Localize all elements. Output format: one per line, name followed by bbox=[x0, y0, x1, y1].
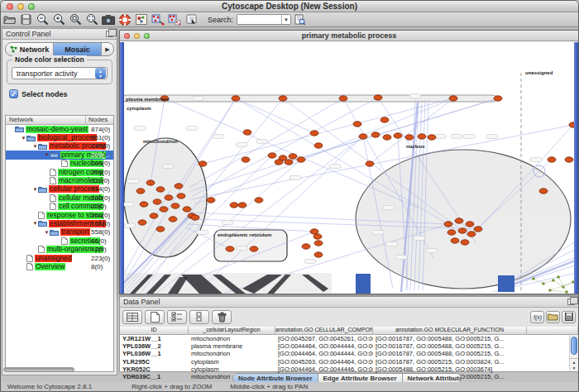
network-node[interactable] bbox=[313, 234, 322, 239]
window-titlebar[interactable]: Cytoscape Desktop (New Session) bbox=[1, 1, 578, 12]
network-node[interactable] bbox=[250, 246, 258, 251]
network-node[interactable] bbox=[138, 220, 146, 225]
network-close-button[interactable] bbox=[124, 33, 130, 39]
network-node[interactable] bbox=[140, 202, 148, 207]
table-cell[interactable]: YJR121W__1 bbox=[120, 335, 189, 342]
network-node[interactable] bbox=[242, 157, 250, 162]
expand-triangle-icon[interactable]: ▼ bbox=[44, 230, 50, 235]
network-node[interactable] bbox=[169, 217, 177, 222]
tree-row-biological-process[interactable]: ▼biological_process651(0) bbox=[6, 133, 113, 141]
network-node[interactable] bbox=[394, 133, 402, 138]
table-cell[interactable]: [GO:0045267, GO:0045261, GO:0044464, G..… bbox=[275, 335, 373, 342]
table-cell[interactable]: cytoplasm bbox=[189, 358, 275, 366]
table-cell[interactable]: YLR295C bbox=[120, 358, 189, 366]
tree-row-secretion[interactable]: secretion41(0) bbox=[6, 237, 113, 245]
network-node[interactable] bbox=[183, 207, 191, 212]
close-button[interactable] bbox=[7, 3, 13, 10]
network-node[interactable] bbox=[153, 199, 161, 204]
table-cell[interactable]: [GO:0016787, GO:0005488, GO:0005215, G..… bbox=[373, 350, 527, 357]
network-node[interactable] bbox=[232, 96, 240, 101]
network-node[interactable] bbox=[418, 134, 426, 139]
network-node[interactable] bbox=[467, 232, 476, 237]
network-node[interactable] bbox=[302, 244, 310, 249]
float-panel-icon[interactable] bbox=[106, 31, 113, 37]
network-node[interactable] bbox=[177, 194, 185, 198]
network-node[interactable] bbox=[466, 222, 474, 227]
snapshot-icon[interactable] bbox=[101, 13, 116, 26]
zoom-selected-icon[interactable] bbox=[68, 13, 83, 26]
table-cell[interactable]: [GO:0045263, GO:0044464, GO:0044455, G..… bbox=[275, 358, 373, 366]
network-node[interactable] bbox=[171, 203, 179, 208]
expand-triangle-icon[interactable]: ▼ bbox=[44, 152, 50, 157]
tree-col-nodes[interactable]: Nodes bbox=[86, 116, 113, 124]
network-canvas[interactable]: plasma membranecytoplasmmitochondrionnuc… bbox=[120, 42, 578, 294]
table-cell[interactable]: YKR052C bbox=[120, 366, 189, 373]
network-node[interactable] bbox=[136, 189, 145, 194]
network-node[interactable] bbox=[165, 195, 173, 200]
import-attributes-icon[interactable] bbox=[546, 311, 560, 323]
table-cell[interactable]: [GO:0005488, GO:0005215, GO:0003674] bbox=[373, 366, 527, 373]
network-node[interactable] bbox=[548, 157, 556, 162]
network-node[interactable] bbox=[428, 135, 436, 140]
tree-row-nitrogen-compo[interactable]: nitrogen compo209(0) bbox=[6, 168, 113, 176]
network-node[interactable] bbox=[175, 184, 183, 189]
table-scrollbar[interactable]: ▲▼ bbox=[569, 335, 578, 371]
data-panel-float-icon[interactable] bbox=[567, 299, 575, 305]
network-node[interactable] bbox=[314, 241, 323, 246]
network-overlay-icon[interactable] bbox=[167, 13, 182, 26]
tree-row-primary-metabo[interactable]: ▼primary metabo209(... bbox=[6, 151, 113, 159]
network-node[interactable] bbox=[339, 96, 347, 101]
tree-row-multi-organism-pro[interactable]: multi-organism pro42(0) bbox=[6, 245, 113, 253]
network-node[interactable] bbox=[255, 198, 263, 203]
formula-builder-icon[interactable]: f(x) bbox=[530, 311, 544, 323]
table-row[interactable]: YPL036W__1mitochondrion[GO:0044464, GO:0… bbox=[120, 350, 578, 357]
tree-row-nucleobase-[interactable]: nucleobase-209(0) bbox=[6, 160, 113, 168]
network-node[interactable] bbox=[268, 153, 276, 158]
network-node[interactable] bbox=[191, 215, 199, 220]
tree-col-network[interactable]: Network bbox=[6, 116, 86, 124]
network-window-titlebar[interactable]: primary metabolic process bbox=[120, 31, 578, 41]
vizmapper-icon[interactable] bbox=[134, 13, 149, 26]
table-cell[interactable]: [GO:0016787, GO:0005488, GO:0005215, G..… bbox=[373, 342, 527, 350]
network-node[interactable] bbox=[160, 207, 168, 212]
zoom-button[interactable] bbox=[28, 3, 35, 10]
help-icon[interactable] bbox=[117, 13, 132, 26]
network-node[interactable] bbox=[297, 157, 305, 162]
expand-triangle-icon[interactable]: ▼ bbox=[32, 187, 38, 192]
tabs-overflow-arrow[interactable]: ▶ bbox=[102, 43, 113, 55]
network-node[interactable] bbox=[449, 96, 457, 101]
column-header[interactable]: ID bbox=[120, 327, 189, 334]
attribute-pair-icon[interactable] bbox=[189, 310, 209, 324]
column-header[interactable]: annotation.GO CELLULAR_COMPONENT bbox=[275, 327, 373, 334]
advanced-search-icon[interactable] bbox=[292, 13, 307, 26]
table-row[interactable]: YPL036W__2plasma membrane[GO:0044464, GO… bbox=[120, 342, 578, 350]
search-input[interactable]: ▼ bbox=[237, 14, 291, 25]
tree-row-cellular-process[interactable]: ▼cellular process614(0) bbox=[6, 185, 113, 194]
column-header[interactable]: annotation.GO MOLECULAR_FUNCTION bbox=[373, 327, 527, 334]
network-node[interactable] bbox=[314, 143, 323, 148]
new-attribute-icon[interactable] bbox=[145, 310, 165, 324]
node-color-dropdown[interactable]: transporter activity ▲▼ bbox=[12, 67, 108, 79]
network-node[interactable] bbox=[458, 228, 467, 233]
expand-triangle-icon[interactable]: ▼ bbox=[21, 136, 26, 141]
network-node[interactable] bbox=[310, 131, 318, 136]
network-node[interactable] bbox=[289, 154, 297, 159]
network-minimize-button[interactable] bbox=[134, 33, 140, 39]
network-graph[interactable]: plasma membranecytoplasmmitochondrionnuc… bbox=[120, 42, 578, 294]
network-node[interactable] bbox=[444, 222, 452, 227]
network-node[interactable] bbox=[366, 161, 374, 166]
network-node[interactable] bbox=[451, 238, 459, 243]
network-node[interactable] bbox=[146, 180, 155, 185]
scrollbar-arrows[interactable]: ▲▼ bbox=[570, 358, 578, 371]
export-attributes-icon[interactable] bbox=[562, 311, 576, 323]
table-cell[interactable]: mitochondrion bbox=[189, 335, 275, 342]
network-node[interactable] bbox=[461, 240, 469, 245]
network-node[interactable] bbox=[405, 135, 414, 140]
network-node[interactable] bbox=[374, 95, 382, 100]
zoom-out-icon[interactable] bbox=[35, 13, 50, 26]
table-cell[interactable]: [GO:0016787, GO:0005215, GO:0003824, G..… bbox=[373, 358, 527, 366]
tree-row-cell-communicat[interactable]: cell communicat22(0) bbox=[6, 203, 113, 211]
network-node[interactable] bbox=[314, 252, 323, 257]
tree-row-unassigned[interactable]: unassigned223(0) bbox=[6, 254, 113, 262]
network-node[interactable] bbox=[243, 130, 251, 135]
